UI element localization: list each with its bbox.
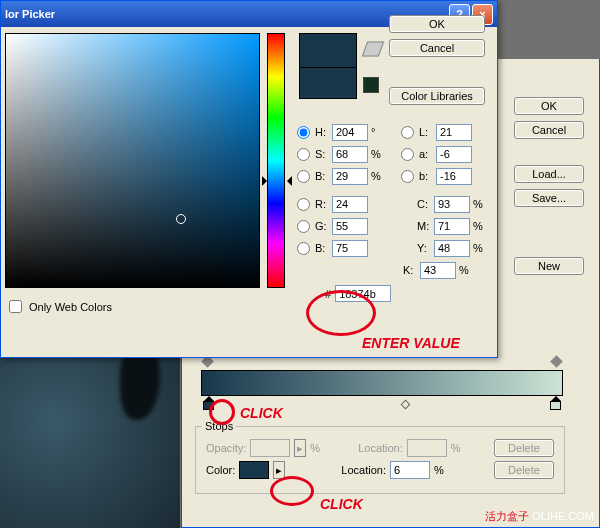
websafe-swatch[interactable] [363, 77, 379, 93]
value-inputs: H: ° L: S: % a: B: % b: R: C: % [297, 121, 493, 302]
only-web-colors-label: Only Web Colors [29, 301, 112, 313]
k-label: K: [403, 264, 417, 276]
delete-color-button: Delete [494, 461, 554, 479]
midpoint-handle[interactable] [401, 400, 411, 410]
opacity-field [250, 439, 290, 457]
a-radio[interactable] [401, 148, 414, 161]
ok-button[interactable]: OK [514, 97, 584, 115]
a-field[interactable] [436, 146, 472, 163]
h-label: H: [315, 126, 329, 138]
color-stop-left[interactable] [203, 396, 214, 410]
b-radio[interactable] [297, 242, 310, 255]
c-field[interactable] [434, 196, 470, 213]
g-radio[interactable] [297, 220, 310, 233]
labb-label: b: [419, 170, 433, 182]
opacity-label: Opacity: [206, 442, 246, 454]
hue-pointer-left[interactable] [262, 176, 267, 186]
g-field[interactable] [332, 218, 368, 235]
percent-2: % [451, 442, 461, 454]
color-stop-right[interactable] [550, 396, 561, 410]
m-label: M: [417, 220, 431, 232]
color-swatch[interactable] [239, 461, 269, 479]
color-preview-new [299, 33, 357, 67]
m-field[interactable] [434, 218, 470, 235]
only-web-colors-checkbox[interactable] [9, 300, 22, 313]
sv-cursor[interactable] [176, 214, 186, 224]
l-radio[interactable] [401, 126, 414, 139]
gradient-strip-area: Stops Opacity: ▸ % Location: % Delete Co… [195, 370, 575, 494]
location-field-2[interactable] [390, 461, 430, 479]
color-preview-old[interactable] [299, 67, 357, 99]
g-label: G: [315, 220, 329, 232]
c-label: C: [417, 198, 431, 210]
k-field[interactable] [420, 262, 456, 279]
r-radio[interactable] [297, 198, 310, 211]
percent-3: % [434, 464, 444, 476]
load-button[interactable]: Load... [514, 165, 584, 183]
sv-field[interactable] [5, 33, 260, 288]
color-label: Color: [206, 464, 235, 476]
stops-group: Stops Opacity: ▸ % Location: % Delete Co… [195, 426, 565, 494]
s-label: S: [315, 148, 329, 160]
hue-slider[interactable] [267, 33, 285, 288]
l-field[interactable] [436, 124, 472, 141]
b-label: B: [315, 242, 329, 254]
bright-field[interactable] [332, 168, 368, 185]
color-picker-title: lor Picker [5, 8, 55, 20]
gradient-track[interactable] [201, 370, 563, 396]
watermark: 活力盒子 OLIHE.COM [485, 509, 594, 524]
hex-field[interactable] [335, 285, 391, 302]
labb-radio[interactable] [401, 170, 414, 183]
color-picker-window: lor Picker ? × elect stop color: OK Canc… [0, 0, 498, 358]
delete-opacity-button: Delete [494, 439, 554, 457]
y-field[interactable] [434, 240, 470, 257]
hue-pointer-right[interactable] [287, 176, 292, 186]
picker-cancel-button[interactable]: Cancel [389, 39, 485, 57]
bright-label: B: [315, 170, 329, 182]
s-field[interactable] [332, 146, 368, 163]
opacity-dropdown: ▸ [294, 439, 306, 457]
r-field[interactable] [332, 196, 368, 213]
color-libraries-button[interactable]: Color Libraries [389, 87, 485, 105]
h-field[interactable] [332, 124, 368, 141]
location-label-2: Location: [341, 464, 386, 476]
cancel-button[interactable]: Cancel [514, 121, 584, 139]
percent-1: % [310, 442, 320, 454]
color-dropdown[interactable]: ▸ [273, 461, 285, 479]
hex-hash: # [325, 288, 331, 300]
s-radio[interactable] [297, 148, 310, 161]
bright-radio[interactable] [297, 170, 310, 183]
l-label: L: [419, 126, 433, 138]
h-radio[interactable] [297, 126, 310, 139]
new-button[interactable]: New [514, 257, 584, 275]
save-button[interactable]: Save... [514, 189, 584, 207]
r-label: R: [315, 198, 329, 210]
labb-field[interactable] [436, 168, 472, 185]
y-label: Y: [417, 242, 431, 254]
b-field[interactable] [332, 240, 368, 257]
a-label: a: [419, 148, 433, 160]
stops-legend: Stops [202, 420, 236, 432]
location-label-1: Location: [358, 442, 403, 454]
picker-ok-button[interactable]: OK [389, 15, 485, 33]
location-field-1 [407, 439, 447, 457]
